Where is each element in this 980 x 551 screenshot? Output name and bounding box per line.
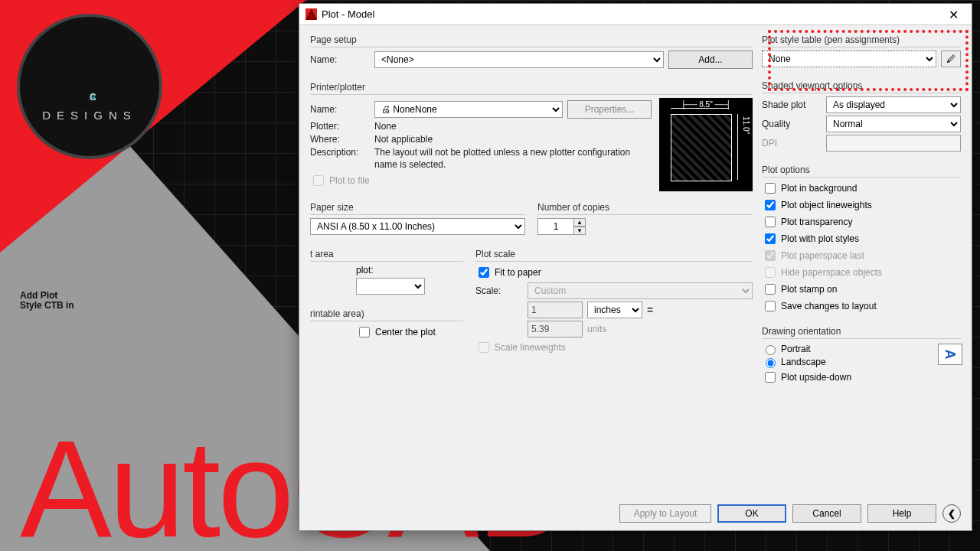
headline-line2: Style CTB in: [20, 301, 74, 311]
copies-up[interactable]: ▲: [573, 218, 586, 227]
scale-select: Custom: [528, 282, 753, 299]
opt-plotstyles-checkbox[interactable]: [765, 233, 776, 244]
group-plot-options: Plot options Plot in background Plot obj…: [762, 163, 961, 320]
plot-options-label: Plot options: [762, 165, 961, 175]
description-value: The layout will not be plotted unless a …: [374, 147, 652, 171]
edit-plot-style-button[interactable]: 🖉: [941, 51, 961, 67]
group-shaded-viewport: Shaded viewport options Shade plot As di…: [762, 79, 961, 158]
landscape-radio[interactable]: [766, 358, 776, 368]
headline: Add Plot Style CTB in: [20, 291, 74, 310]
scale-lineweights-checkbox: [479, 342, 489, 353]
page-setup-name-label: Name:: [310, 54, 370, 65]
plot-scale-label: Plot scale: [475, 249, 753, 259]
plot-offset-label: rintable area): [310, 308, 463, 319]
copies-input[interactable]: [537, 218, 574, 235]
opt-background-checkbox[interactable]: [765, 183, 776, 194]
plot-dialog: Plot - Model ✕ Page setup Name: <None> A…: [299, 3, 972, 531]
upside-down-checkbox[interactable]: [765, 372, 776, 383]
dpi-label: DPI: [762, 138, 822, 148]
group-copies: Number of copies ▲ ▼: [537, 201, 753, 240]
page-setup-name-select[interactable]: <None>: [374, 51, 664, 68]
shade-plot-label: Shade plot: [762, 99, 822, 110]
scale-lineweights-label: Scale lineweights: [495, 342, 566, 353]
plot-to-file-label: Plot to file: [329, 175, 370, 186]
center-plot-label: Center the plot: [375, 327, 436, 337]
opt-save-layout-checkbox[interactable]: [765, 301, 776, 311]
quality-select[interactable]: Normal: [826, 116, 961, 132]
paper-size-select[interactable]: ANSI A (8.50 x 11.00 Inches): [310, 218, 525, 235]
printer-name-label: Name:: [310, 104, 370, 115]
opt-transparency-checkbox[interactable]: [765, 217, 776, 227]
paper-preview: ├── 8.5" ──┤ 11.0": [659, 98, 753, 191]
portrait-radio[interactable]: [766, 345, 776, 355]
what-to-plot-select[interactable]: [356, 278, 425, 295]
shade-plot-select[interactable]: As displayed: [826, 96, 961, 113]
plot-style-select[interactable]: None: [762, 51, 936, 67]
autocad-app-icon: [305, 8, 317, 20]
scale-denominator: [528, 321, 583, 337]
orientation-icon: A: [938, 344, 962, 365]
copies-label: Number of copies: [537, 202, 753, 213]
scale-label: Scale:: [475, 285, 523, 296]
plotter-label: Plotter:: [310, 121, 370, 132]
group-printer: Printer/plotter Name: 🖨 NoneNone Propert…: [310, 80, 753, 196]
collapse-options-button[interactable]: ❮: [942, 504, 961, 523]
orientation-label: Drawing orientation: [762, 326, 961, 337]
group-orientation: Drawing orientation Portrait Landscape P…: [762, 324, 961, 391]
titlebar[interactable]: Plot - Model ✕: [299, 4, 972, 25]
fit-to-paper-label: Fit to paper: [495, 267, 541, 278]
logo-designs: DESIGNS: [42, 109, 137, 122]
fit-to-paper-checkbox[interactable]: [479, 267, 489, 278]
group-paper-size: Paper size ANSI A (8.50 x 11.00 Inches): [310, 201, 525, 240]
opt-paperspace-last-checkbox: [765, 250, 776, 261]
description-label: Description:: [310, 147, 370, 158]
dialog-footer: Apply to Layout OK Cancel Help ❮: [299, 504, 972, 523]
paper-size-label: Paper size: [310, 202, 525, 213]
printer-name-select[interactable]: 🖨 NoneNone: [374, 101, 563, 118]
opt-stamp-checkbox[interactable]: [765, 284, 776, 295]
preview-height: 11.0": [742, 116, 750, 134]
printer-section-label: Printer/plotter: [310, 82, 753, 93]
add-page-setup-button[interactable]: Add...: [668, 51, 753, 69]
plotter-value: None: [374, 121, 397, 132]
ok-button[interactable]: OK: [717, 504, 786, 523]
scale-units-label: units: [587, 324, 606, 334]
where-label: Where:: [310, 134, 370, 145]
group-plot-area: t area plot: rintable area) Center the p…: [310, 247, 463, 361]
close-button[interactable]: ✕: [938, 5, 969, 24]
scale-numerator: [528, 302, 583, 318]
scale-unit-select[interactable]: inches: [587, 302, 642, 318]
opt-hide-paperspace-checkbox: [765, 267, 776, 278]
cancel-button[interactable]: Cancel: [792, 504, 861, 523]
plot-style-table-label: Plot style table (pen assignments): [762, 34, 961, 45]
dialog-title: Plot - Model: [322, 8, 374, 20]
where-value: Not applicable: [374, 134, 433, 145]
plot-area-label: t area: [310, 249, 463, 259]
opt-lineweights-checkbox[interactable]: [765, 200, 776, 210]
help-button[interactable]: Help: [867, 504, 936, 523]
copies-down[interactable]: ▼: [573, 227, 586, 235]
page-setup-label: Page setup: [310, 34, 753, 45]
dpi-input: [826, 135, 961, 152]
group-plot-scale: Plot scale Fit to paper Scale: Custom: [475, 247, 753, 361]
plot-to-file-checkbox: [313, 175, 324, 186]
shaded-viewport-label: Shaded viewport options: [762, 80, 961, 91]
headline-line1: Add Plot: [20, 291, 74, 301]
group-page-setup: Page setup Name: <None> Add...: [310, 33, 753, 76]
equals-icon: =: [647, 304, 653, 316]
quality-label: Quality: [762, 119, 822, 129]
group-plot-style-table: Plot style table (pen assignments) None …: [762, 33, 961, 74]
apply-to-layout-button[interactable]: Apply to Layout: [619, 504, 711, 523]
center-plot-checkbox[interactable]: [359, 327, 370, 337]
brand-logo: AC DESIGNS: [17, 14, 162, 159]
printer-properties-button[interactable]: Properties...: [567, 100, 652, 119]
what-to-plot-label: plot:: [356, 265, 374, 276]
